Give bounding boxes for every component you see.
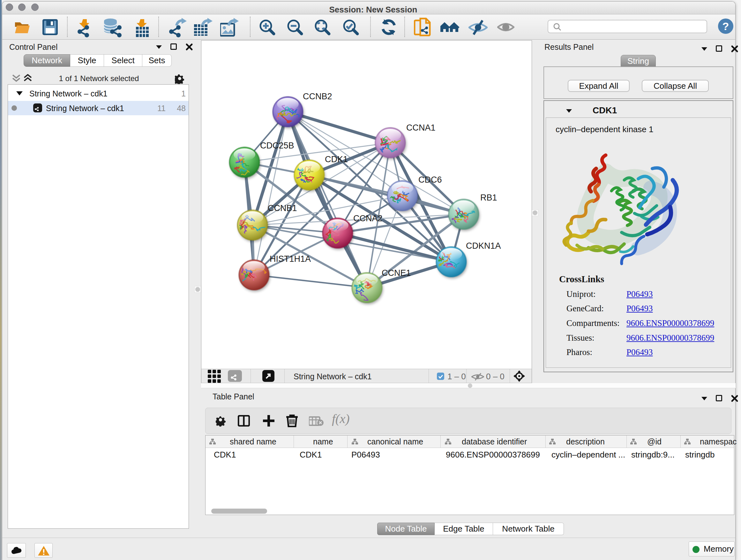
svg-text:CDC6: CDC6 [418,175,442,185]
svg-text:CCNA1: CCNA1 [406,123,435,132]
svg-text:CCNA2: CCNA2 [353,213,383,223]
svg-text:CDKN1A: CDKN1A [466,241,501,251]
svg-text:CCNB1: CCNB1 [268,203,297,213]
svg-text:HIST1H1A: HIST1H1A [270,254,311,264]
svg-text:CDK1: CDK1 [325,154,348,164]
svg-text:CCNE1: CCNE1 [382,268,411,278]
svg-text:RB1: RB1 [480,193,497,202]
svg-text:CDC25B: CDC25B [260,141,294,150]
svg-text:CCNB2: CCNB2 [303,91,332,101]
